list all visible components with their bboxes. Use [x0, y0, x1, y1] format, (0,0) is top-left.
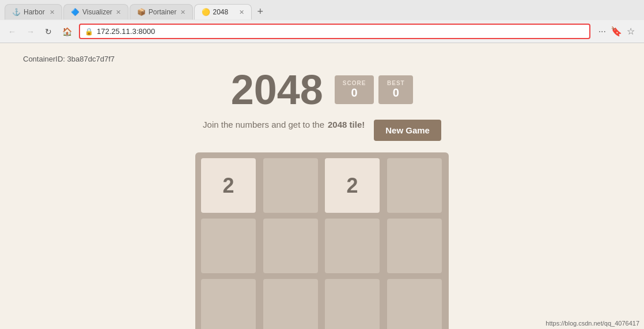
address-bar[interactable]: [97, 27, 585, 36]
harbor-tab-icon: ⚓: [12, 8, 20, 16]
tile-2-1: [263, 279, 318, 329]
tile-1-0: [201, 219, 256, 273]
visualizer-tab-close[interactable]: ✕: [116, 9, 121, 16]
tile-1-3: [387, 219, 442, 273]
visualizer-tab-label: Visualizer: [82, 8, 112, 16]
score-box: SCORE 0: [335, 75, 374, 104]
tab-2048[interactable]: 🟡 2048 ✕: [194, 4, 252, 20]
harbor-tab-close[interactable]: ✕: [50, 9, 55, 16]
status-bar: https://blog.csdn.net/qq_4076417: [541, 317, 644, 329]
tile-0-3: [387, 158, 442, 213]
score-label: SCORE: [343, 80, 366, 86]
tab-visualizer[interactable]: 🔷 Visualizer ✕: [63, 4, 128, 20]
page-content: ContainerID: 3ba87dc7d7f7 2048 SCORE 0 B…: [0, 43, 644, 329]
tab-portainer[interactable]: 📦 Portainer ✕: [130, 4, 193, 20]
intro-text: Join the numbers and get to the: [203, 120, 324, 129]
tile-0-1: [263, 158, 318, 213]
2048-tab-label: 2048: [213, 8, 229, 16]
tile-1-2: [325, 219, 380, 273]
game-header: 2048 SCORE 0 BEST 0: [23, 69, 621, 110]
new-game-button[interactable]: New Game: [374, 120, 441, 141]
status-url: https://blog.csdn.net/qq_4076417: [545, 320, 639, 327]
forward-button[interactable]: →: [23, 25, 38, 39]
home-button[interactable]: 🏠: [59, 25, 75, 39]
portainer-tab-label: Portainer: [149, 8, 177, 16]
2048-tab-close[interactable]: ✕: [239, 9, 244, 16]
best-label: BEST: [387, 80, 405, 86]
security-icon: 🔒: [85, 28, 93, 36]
address-bar-wrapper[interactable]: 🔒: [79, 24, 590, 39]
nav-bar: ← → ↻ 🏠 🔒 ··· 🔖 ☆: [0, 20, 644, 43]
nav-right-controls: ··· 🔖 ☆: [594, 26, 639, 37]
score-value: 0: [343, 86, 366, 100]
best-box: BEST 0: [378, 75, 413, 104]
star-icon[interactable]: ☆: [627, 26, 635, 37]
browser-chrome: ⚓ Harbor ✕ 🔷 Visualizer ✕ 📦 Portainer ✕ …: [0, 0, 644, 43]
container-id: ContainerID: 3ba87dc7d7f7: [23, 55, 621, 63]
back-button[interactable]: ←: [5, 25, 20, 39]
intro-highlight: 2048 tile!: [328, 120, 365, 129]
game-intro: Join the numbers and get to the 2048 til…: [203, 120, 365, 129]
game-title: 2048: [231, 69, 323, 110]
visualizer-tab-icon: 🔷: [71, 8, 79, 16]
bookmark-icon[interactable]: 🔖: [611, 26, 622, 37]
reload-button[interactable]: ↻: [41, 25, 55, 39]
portainer-tab-close[interactable]: ✕: [180, 9, 185, 16]
best-value: 0: [387, 86, 405, 100]
game-board: 2 2: [195, 152, 449, 329]
tile-0-2: 2: [325, 158, 380, 213]
more-menu-button[interactable]: ···: [598, 26, 606, 37]
tab-bar: ⚓ Harbor ✕ 🔷 Visualizer ✕ 📦 Portainer ✕ …: [0, 0, 644, 20]
scores-area: SCORE 0 BEST 0: [335, 75, 414, 104]
portainer-tab-icon: 📦: [137, 8, 145, 16]
tile-0-0: 2: [201, 158, 256, 213]
harbor-tab-label: Harbor: [24, 8, 45, 16]
tile-2-3: [387, 279, 442, 329]
tile-2-2: [325, 279, 380, 329]
tab-harbor[interactable]: ⚓ Harbor ✕: [5, 4, 62, 20]
tile-2-0: [201, 279, 256, 329]
tile-1-1: [263, 219, 318, 273]
2048-tab-icon: 🟡: [202, 8, 210, 16]
new-tab-button[interactable]: +: [253, 3, 268, 20]
